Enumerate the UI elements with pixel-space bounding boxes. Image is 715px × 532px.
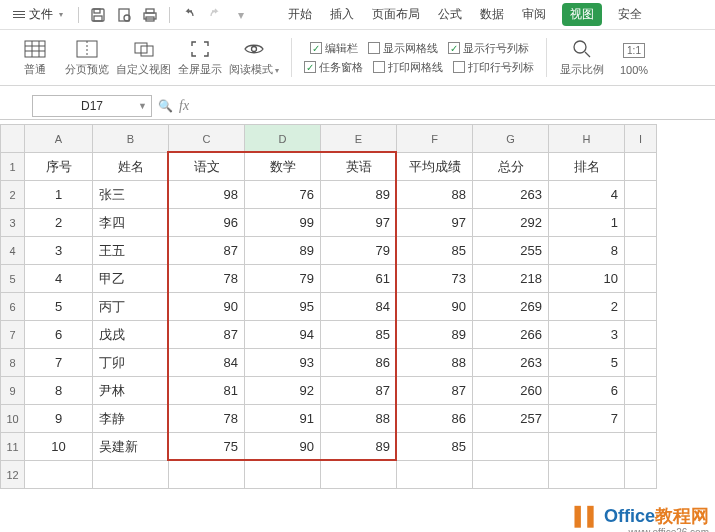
cell[interactable]: 97: [321, 209, 397, 237]
col-header-E[interactable]: E: [321, 125, 397, 153]
cell[interactable]: 61: [321, 265, 397, 293]
dropdown-icon[interactable]: ▾: [230, 4, 252, 26]
cell[interactable]: 吴建新: [93, 433, 169, 461]
row-header[interactable]: 4: [1, 237, 25, 265]
select-all-corner[interactable]: [1, 125, 25, 153]
cell[interactable]: 87: [169, 237, 245, 265]
cell[interactable]: 90: [245, 433, 321, 461]
col-header-I[interactable]: I: [625, 125, 657, 153]
cell[interactable]: [625, 293, 657, 321]
name-box[interactable]: D17 ▼: [32, 95, 152, 117]
cell[interactable]: 6: [549, 377, 625, 405]
cell[interactable]: 3: [25, 237, 93, 265]
cell[interactable]: 王五: [93, 237, 169, 265]
col-header-B[interactable]: B: [93, 125, 169, 153]
cell[interactable]: 4: [549, 181, 625, 209]
cell[interactable]: [549, 461, 625, 489]
cell[interactable]: 李四: [93, 209, 169, 237]
cell[interactable]: 8: [25, 377, 93, 405]
cell[interactable]: 89: [397, 321, 473, 349]
cell[interactable]: 78: [169, 265, 245, 293]
tab-view[interactable]: 视图: [562, 3, 602, 26]
cell[interactable]: [625, 349, 657, 377]
tab-layout[interactable]: 页面布局: [370, 2, 422, 27]
cell[interactable]: 6: [25, 321, 93, 349]
cell[interactable]: 尹林: [93, 377, 169, 405]
cell[interactable]: [625, 461, 657, 489]
check-show-rowcol[interactable]: 显示行号列标: [448, 41, 529, 56]
cell[interactable]: 7: [549, 405, 625, 433]
cell[interactable]: 甲乙: [93, 265, 169, 293]
cell[interactable]: 79: [321, 237, 397, 265]
cell[interactable]: 88: [397, 181, 473, 209]
header-cell[interactable]: 数学: [245, 153, 321, 181]
cell[interactable]: 99: [245, 209, 321, 237]
cell[interactable]: 5: [25, 293, 93, 321]
spreadsheet[interactable]: ABCDEFGHI1序号姓名语文数学英语平均成绩总分排名21张三98768988…: [0, 124, 715, 489]
cell[interactable]: 3: [549, 321, 625, 349]
zoom-100-button[interactable]: 1:1 100%: [611, 40, 657, 76]
cell[interactable]: 张三: [93, 181, 169, 209]
cell[interactable]: 292: [473, 209, 549, 237]
tab-start[interactable]: 开始: [286, 2, 314, 27]
row-header[interactable]: 2: [1, 181, 25, 209]
row-header[interactable]: 3: [1, 209, 25, 237]
cell[interactable]: [625, 377, 657, 405]
cell[interactable]: 90: [397, 293, 473, 321]
header-cell[interactable]: 排名: [549, 153, 625, 181]
cell[interactable]: 93: [245, 349, 321, 377]
cell[interactable]: 5: [549, 349, 625, 377]
row-header[interactable]: 8: [1, 349, 25, 377]
cell[interactable]: 95: [245, 293, 321, 321]
undo-icon[interactable]: [178, 4, 200, 26]
print-icon[interactable]: [139, 4, 161, 26]
cell[interactable]: 76: [245, 181, 321, 209]
cell[interactable]: 7: [25, 349, 93, 377]
check-show-grid[interactable]: 显示网格线: [368, 41, 438, 56]
tab-review[interactable]: 审阅: [520, 2, 548, 27]
cell[interactable]: 78: [169, 405, 245, 433]
cell[interactable]: 88: [397, 349, 473, 377]
cell[interactable]: [25, 461, 93, 489]
cell[interactable]: [169, 461, 245, 489]
magnify-icon[interactable]: 🔍: [158, 99, 173, 113]
cell[interactable]: 98: [169, 181, 245, 209]
cell[interactable]: 9: [25, 405, 93, 433]
tab-data[interactable]: 数据: [478, 2, 506, 27]
check-print-rowcol[interactable]: 打印行号列标: [453, 60, 534, 75]
cell[interactable]: 92: [245, 377, 321, 405]
page-break-preview-button[interactable]: 分页预览: [64, 38, 110, 77]
cell[interactable]: 263: [473, 181, 549, 209]
cell[interactable]: 86: [321, 349, 397, 377]
cell[interactable]: 丙丁: [93, 293, 169, 321]
col-header-G[interactable]: G: [473, 125, 549, 153]
cell[interactable]: 91: [245, 405, 321, 433]
tab-formula[interactable]: 公式: [436, 2, 464, 27]
cell[interactable]: 96: [169, 209, 245, 237]
row-header[interactable]: 12: [1, 461, 25, 489]
header-cell[interactable]: 姓名: [93, 153, 169, 181]
cell[interactable]: 266: [473, 321, 549, 349]
cell[interactable]: 257: [473, 405, 549, 433]
cell[interactable]: 89: [245, 237, 321, 265]
row-header[interactable]: 9: [1, 377, 25, 405]
cell[interactable]: 85: [397, 237, 473, 265]
cell[interactable]: 2: [25, 209, 93, 237]
fullscreen-button[interactable]: 全屏显示: [177, 38, 223, 77]
cell[interactable]: 李静: [93, 405, 169, 433]
cell[interactable]: [625, 265, 657, 293]
col-header-D[interactable]: D: [245, 125, 321, 153]
cell[interactable]: 87: [397, 377, 473, 405]
col-header-H[interactable]: H: [549, 125, 625, 153]
check-print-grid[interactable]: 打印网格线: [373, 60, 443, 75]
cell[interactable]: 89: [321, 181, 397, 209]
fx-label[interactable]: fx: [179, 98, 189, 114]
cell[interactable]: [321, 461, 397, 489]
row-header[interactable]: 10: [1, 405, 25, 433]
cell[interactable]: 84: [321, 293, 397, 321]
check-task-pane[interactable]: 任务窗格: [304, 60, 363, 75]
cell[interactable]: [93, 461, 169, 489]
cell[interactable]: 8: [549, 237, 625, 265]
cell[interactable]: 97: [397, 209, 473, 237]
cell[interactable]: 戊戌: [93, 321, 169, 349]
